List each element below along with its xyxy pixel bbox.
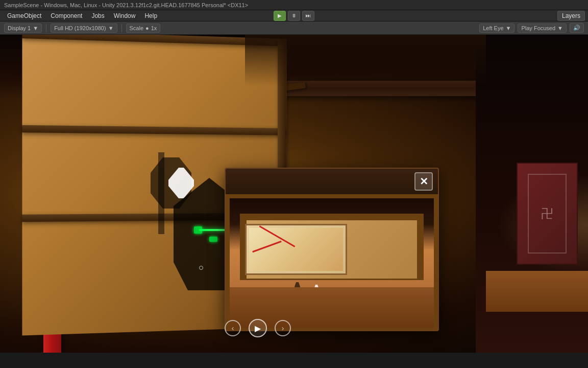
dialog-beam-top	[241, 215, 422, 220]
game-view: ✕	[0, 35, 588, 353]
toolbar-right: Layers	[557, 11, 585, 21]
display-value: Display 1	[8, 25, 31, 31]
game-toolbar-right: Left Eye ▼ Play Focused ▼ 🔊	[479, 23, 584, 33]
right-stage	[486, 271, 588, 312]
nav-play-icon: ▶	[255, 324, 261, 333]
nav-play-button[interactable]: ▶	[249, 319, 267, 337]
title-text: SampleScene - Windows, Mac, Linux - Unit…	[4, 2, 248, 8]
play-focused-value: Play Focused	[521, 25, 555, 31]
left-eye-selector[interactable]: Left Eye ▼	[479, 24, 514, 33]
audio-button[interactable]: 🔊	[570, 23, 584, 33]
beam-h-mid	[22, 125, 285, 135]
resolution-chevron: ▼	[108, 25, 114, 31]
navigation-arrows: ‹ ▶ ›	[225, 319, 291, 337]
menu-jobs[interactable]: Jobs	[87, 11, 108, 20]
right-panel: 卍	[517, 163, 578, 265]
resolution-value: Full HD (1920x1080)	[54, 25, 106, 31]
dialog-scene	[230, 198, 434, 328]
nav-right-button[interactable]: ›	[275, 320, 291, 336]
laser-dot-2	[209, 237, 217, 242]
menu-gameobject[interactable]: GameObject	[3, 11, 45, 20]
painting-bg	[249, 228, 343, 271]
dialog-inner	[226, 194, 438, 331]
toolbar-separator-1	[46, 24, 46, 32]
play-focused-chevron: ▼	[557, 25, 563, 31]
resolution-selector[interactable]: Full HD (1920x1080) ▼	[51, 24, 117, 33]
left-eye-chevron: ▼	[506, 25, 511, 31]
nav-left-icon: ‹	[232, 324, 234, 332]
close-icon: ✕	[420, 175, 428, 188]
pause-button[interactable]: ⏸	[288, 11, 300, 21]
layers-button[interactable]: Layers	[557, 11, 585, 21]
right-room: 卍	[476, 35, 588, 353]
nav-right-icon: ›	[282, 324, 284, 332]
dialog-beam-right	[417, 215, 422, 279]
audio-icon: 🔊	[573, 25, 580, 31]
playback-controls: ▶ ⏸ ⏭	[274, 11, 314, 21]
title-bar: SampleScene - Windows, Mac, Linux - Unit…	[0, 0, 588, 10]
menu-component[interactable]: Component	[46, 11, 86, 20]
left-eye-value: Left Eye	[483, 25, 503, 31]
ceiling-center	[245, 35, 486, 86]
dialog-box: ✕	[225, 168, 439, 331]
menu-bar: GameObject Component Jobs Window Help ▶ …	[0, 10, 588, 21]
step-icon: ⏭	[306, 13, 311, 18]
dialog-painting	[245, 224, 347, 275]
toolbar-separator-2	[121, 24, 122, 32]
scale-control[interactable]: Scale ● 1x	[126, 24, 161, 33]
scale-value: 1x	[151, 25, 157, 31]
step-button[interactable]: ⏭	[302, 11, 314, 21]
display-chevron: ▼	[33, 25, 38, 31]
game-toolbar: Display 1 ▼ Full HD (1920x1080) ▼ Scale …	[0, 21, 588, 35]
play-focused-selector[interactable]: Play Focused ▼	[518, 24, 567, 33]
menu-help[interactable]: Help	[140, 11, 161, 20]
dialog-close-button[interactable]: ✕	[414, 172, 433, 191]
pause-icon: ⏸	[291, 13, 297, 18]
cursor	[199, 266, 203, 270]
play-button[interactable]: ▶	[274, 11, 286, 21]
menu-window[interactable]: Window	[110, 11, 140, 20]
play-icon: ▶	[278, 13, 282, 18]
dialog-title-bar: ✕	[226, 169, 438, 194]
scale-label: Scale	[130, 25, 144, 31]
display-selector[interactable]: Display 1 ▼	[4, 24, 42, 33]
right-panel-inner: 卍	[528, 174, 567, 254]
scale-icon: ●	[145, 25, 149, 31]
nav-left-button[interactable]: ‹	[225, 320, 241, 336]
right-panel-decoration: 卍	[541, 205, 553, 222]
